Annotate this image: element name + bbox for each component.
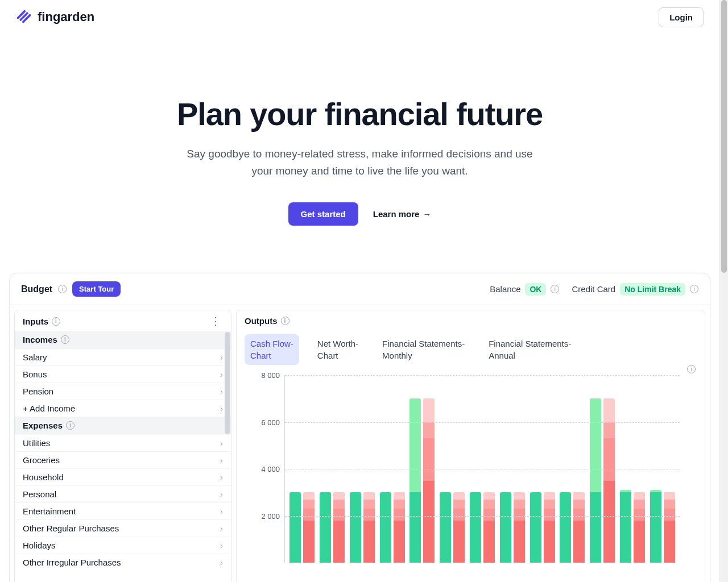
bar-segment (394, 500, 405, 509)
info-icon[interactable]: i (61, 335, 69, 344)
brand[interactable]: fingarden (16, 8, 94, 26)
output-tab[interactable]: Net Worth-Chart (312, 334, 364, 365)
bar-segment (303, 509, 315, 521)
chevron-right-icon: › (220, 523, 223, 533)
info-icon[interactable]: i (687, 365, 696, 373)
info-icon[interactable]: i (551, 285, 559, 293)
frame-header: Budget i Start Tour Balance OK i Credit … (10, 273, 710, 305)
input-list: IncomesiSalary›Bonus›Pension›+ Add Incom… (15, 331, 231, 571)
bar-segment (394, 521, 405, 563)
row-label: Salary (23, 352, 47, 362)
info-icon[interactable]: i (52, 317, 60, 326)
bar-segment (634, 492, 645, 499)
bar-segment (423, 422, 435, 439)
bar-segment (363, 509, 375, 521)
expense-row[interactable]: Other Regular Purchases› (15, 519, 231, 537)
login-button[interactable]: Login (659, 7, 704, 27)
bar-segment (590, 398, 601, 492)
bar-stack (500, 492, 511, 563)
bar-stack (530, 492, 541, 563)
y-tick-label: 2 000 (261, 512, 280, 520)
y-tick-label: 4 000 (261, 465, 280, 473)
outputs-title: Outputs (245, 316, 278, 326)
bar-segment (634, 509, 645, 521)
expense-row[interactable]: Other Irregular Purchases› (15, 554, 231, 571)
bar-segment (453, 509, 465, 521)
bar-segment (514, 521, 525, 563)
start-tour-button[interactable]: Start Tour (72, 281, 121, 297)
credit-badge: No Limit Break (620, 283, 685, 296)
bar-segment (664, 492, 675, 499)
bar-stack (560, 492, 571, 563)
arrow-right-icon: → (423, 209, 431, 219)
balance-badge: OK (525, 283, 546, 296)
expense-row[interactable]: Personal› (15, 485, 231, 502)
bar-segment (603, 422, 615, 439)
bar-segment (620, 492, 631, 563)
row-label: Holidays (23, 541, 56, 550)
bar-segment (333, 521, 345, 563)
bar-segment (394, 509, 405, 521)
bar-stack (453, 492, 465, 563)
income-row[interactable]: Pension› (15, 383, 231, 400)
bar-segment (664, 509, 675, 521)
info-icon[interactable]: i (66, 421, 75, 430)
more-options-icon[interactable]: ⋮ (208, 316, 223, 326)
bar-stack (664, 492, 675, 563)
income-row[interactable]: Bonus› (15, 365, 231, 383)
expense-row[interactable]: Household› (15, 468, 231, 485)
expense-row[interactable]: Holidays› (15, 537, 231, 554)
credit-metric: Credit Card No Limit Break i (572, 283, 698, 296)
page-scrollbar[interactable] (719, 0, 728, 582)
grid-line (285, 375, 680, 376)
chevron-right-icon: › (220, 489, 223, 499)
income-row[interactable]: + Add Income› (15, 400, 231, 417)
bar-segment (560, 492, 571, 563)
grid-line (285, 516, 680, 517)
expense-row[interactable]: Groceries› (15, 451, 231, 468)
learn-more-link[interactable]: Learn more → (373, 209, 432, 219)
get-started-button[interactable]: Get started (288, 202, 358, 226)
credit-label: Credit Card (572, 284, 615, 294)
bar-segment (423, 481, 435, 563)
bar-stack (440, 492, 451, 563)
hero-title: Plan your financial future (0, 97, 719, 132)
row-label: Personal (23, 489, 56, 499)
scrollbar-thumb[interactable] (721, 0, 727, 273)
bar-stack (320, 492, 331, 563)
bar-segment (303, 492, 315, 499)
output-tab[interactable]: Cash Flow-Chart (245, 334, 299, 365)
bar-segment (363, 500, 375, 509)
info-icon[interactable]: i (58, 285, 67, 293)
output-tabs: Cash Flow-ChartNet Worth-ChartFinancial … (245, 334, 697, 365)
bar-segment (333, 492, 345, 499)
output-tab[interactable]: Financial Statements-Annual (483, 334, 577, 365)
expense-row[interactable]: Utilities› (15, 434, 231, 451)
bar-stack (514, 492, 525, 563)
expense-row[interactable]: Entertainment› (15, 502, 231, 519)
bar-segment (453, 521, 465, 563)
bar-segment (664, 500, 675, 509)
panel-scrollbar-thumb[interactable] (225, 332, 230, 434)
row-label: Entertainment (23, 506, 76, 516)
info-icon[interactable]: i (690, 285, 698, 293)
bar-segment (544, 492, 555, 499)
bar-segment (333, 509, 345, 521)
chevron-right-icon: › (220, 455, 223, 465)
hero-actions: Get started Learn more → (0, 202, 719, 226)
chevron-right-icon: › (220, 369, 223, 379)
inputs-panel: Inputs i ⋮ IncomesiSalary›Bonus›Pension›… (14, 310, 231, 582)
output-tab[interactable]: Financial Statements-Monthly (377, 334, 470, 365)
bar-segment (634, 521, 645, 563)
info-icon[interactable]: i (281, 317, 289, 325)
bar-segment (440, 492, 451, 563)
bar-segment (320, 492, 331, 563)
bar-stack (380, 492, 391, 563)
bar-segment (483, 500, 495, 509)
income-row[interactable]: Salary› (15, 348, 231, 365)
bar-stack (634, 492, 645, 563)
balance-metric: Balance OK i (490, 283, 559, 296)
bar-segment (394, 492, 405, 499)
bar-stack (289, 492, 301, 563)
bar-stack (603, 398, 615, 563)
